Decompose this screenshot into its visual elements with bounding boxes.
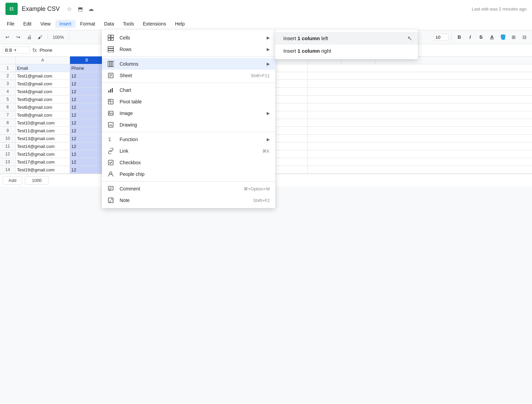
- insert-chart-item[interactable]: Chart: [102, 84, 275, 96]
- cell-a4[interactable]: Test4@gmail.com: [16, 88, 70, 95]
- insert-note-item[interactable]: Note Shift+F2: [102, 195, 275, 206]
- cell-b11[interactable]: 12: [70, 142, 104, 150]
- cell-h11[interactable]: [274, 142, 308, 150]
- insert-cells-item[interactable]: Cells ▶: [102, 32, 275, 44]
- cell-b13[interactable]: 12: [70, 158, 104, 166]
- cell-a5[interactable]: Test5@gmail.com: [16, 96, 70, 103]
- insert-function-item[interactable]: Σ Function ▶: [102, 134, 275, 145]
- cell-a13[interactable]: Test17@gmail.com: [16, 158, 70, 166]
- row-header[interactable]: 3: [0, 80, 16, 87]
- cell-b5[interactable]: 12: [70, 96, 104, 103]
- insert-rows-item[interactable]: Rows ▶: [102, 44, 275, 55]
- row-header[interactable]: 5: [0, 96, 16, 103]
- cell-h14[interactable]: [274, 166, 308, 173]
- menu-file[interactable]: File: [3, 20, 19, 28]
- folder-icon[interactable]: ⬒: [76, 5, 84, 13]
- insert-sheet-item[interactable]: Sheet Shift+F11: [102, 70, 275, 81]
- cell-b6[interactable]: 12: [70, 103, 104, 111]
- menu-tools[interactable]: Tools: [119, 20, 138, 28]
- insert-image-item[interactable]: Image ▶: [102, 107, 275, 119]
- cell-b1[interactable]: Phone: [70, 64, 104, 72]
- print-button[interactable]: 🖨: [24, 32, 34, 42]
- star-icon[interactable]: ☆: [65, 5, 73, 13]
- cell-h5[interactable]: [274, 96, 308, 103]
- menu-edit[interactable]: Edit: [19, 20, 36, 28]
- menu-help[interactable]: Help: [171, 20, 189, 28]
- cell-h6[interactable]: [274, 103, 308, 111]
- cell-a10[interactable]: Test13@gmail.com: [16, 135, 70, 142]
- row-header[interactable]: 10: [0, 135, 16, 142]
- row-header[interactable]: 11: [0, 142, 16, 150]
- add-rows-button[interactable]: Add: [3, 176, 22, 185]
- cell-h2[interactable]: [274, 72, 308, 80]
- cell-h1[interactable]: [274, 64, 308, 72]
- menu-data[interactable]: Data: [100, 20, 118, 28]
- cell-h13[interactable]: [274, 158, 308, 166]
- strikethrough-button[interactable]: S: [476, 32, 486, 42]
- insert-checkbox-item[interactable]: Checkbox: [102, 157, 275, 168]
- menu-extensions[interactable]: Extensions: [139, 20, 170, 28]
- insert-drawing-item[interactable]: Drawing: [102, 119, 275, 131]
- row-header[interactable]: 6: [0, 103, 16, 111]
- fill-color-button[interactable]: 🪣: [498, 32, 508, 42]
- undo-button[interactable]: ↩: [3, 32, 12, 42]
- insert-comment-item[interactable]: Comment ⌘+Option+M: [102, 183, 275, 195]
- cell-a3[interactable]: Test2@gmail.com: [16, 80, 70, 87]
- cell-a8[interactable]: Test10@gmail.com: [16, 119, 70, 127]
- font-size-input[interactable]: [434, 34, 449, 41]
- col-header-a[interactable]: A: [16, 56, 70, 64]
- row-header[interactable]: 2: [0, 72, 16, 80]
- columns-submenu[interactable]: Insert 1 column left ↖ Insert 1 column r…: [275, 30, 418, 59]
- borders-button[interactable]: ⊞: [509, 32, 518, 42]
- row-header[interactable]: 12: [0, 150, 16, 158]
- cell-a7[interactable]: Test8@gmail.com: [16, 111, 70, 119]
- cell-ref-chevron[interactable]: ▼: [14, 48, 17, 52]
- cell-b4[interactable]: 12: [70, 88, 104, 95]
- cell-h8[interactable]: [274, 119, 308, 127]
- cell-h4[interactable]: [274, 88, 308, 95]
- row-header[interactable]: 7: [0, 111, 16, 119]
- cell-h12[interactable]: [274, 150, 308, 158]
- italic-button[interactable]: I: [465, 32, 475, 42]
- underline-button[interactable]: A: [487, 32, 497, 42]
- cell-h7[interactable]: [274, 111, 308, 119]
- insert-col-right-item[interactable]: Insert 1 column right: [275, 45, 418, 57]
- bold-button[interactable]: B: [455, 32, 464, 42]
- row-header[interactable]: 4: [0, 88, 16, 95]
- zoom-selector[interactable]: 100%: [51, 34, 66, 40]
- cell-a11[interactable]: Test14@gmail.com: [16, 142, 70, 150]
- row-header[interactable]: 13: [0, 158, 16, 166]
- insert-pivot-item[interactable]: Pivot table: [102, 96, 275, 107]
- insert-people-chip-item[interactable]: People chip: [102, 168, 275, 180]
- cell-b10[interactable]: 12: [70, 135, 104, 142]
- menu-insert[interactable]: Insert: [55, 20, 75, 28]
- insert-menu[interactable]: Cells ▶ Rows ▶ Columns ▶ Sheet Shif: [102, 30, 275, 208]
- cell-h3[interactable]: [274, 80, 308, 87]
- cell-b9[interactable]: 12: [70, 127, 104, 134]
- cloud-icon[interactable]: ☁: [87, 5, 95, 13]
- col-header-b[interactable]: B: [70, 56, 104, 64]
- merge-cells-button[interactable]: ⊟: [520, 32, 529, 42]
- redo-button[interactable]: ↪: [14, 32, 23, 42]
- cell-a14[interactable]: Test19@gmail.com: [16, 166, 70, 173]
- cell-reference[interactable]: B:B ▼: [3, 47, 30, 54]
- cell-b14[interactable]: 12: [70, 166, 104, 173]
- menu-format[interactable]: Format: [76, 20, 99, 28]
- row-header[interactable]: 9: [0, 127, 16, 134]
- insert-col-left-item[interactable]: Insert 1 column left ↖: [275, 32, 418, 45]
- paint-format-button[interactable]: 🖌: [35, 32, 45, 42]
- cell-b3[interactable]: 12: [70, 80, 104, 87]
- cell-b7[interactable]: 12: [70, 111, 104, 119]
- row-header[interactable]: 8: [0, 119, 16, 127]
- cell-a12[interactable]: Test15@gmail.com: [16, 150, 70, 158]
- cell-a1[interactable]: Email: [16, 64, 70, 72]
- cell-a9[interactable]: Test11@gmail.com: [16, 127, 70, 134]
- cell-b8[interactable]: 12: [70, 119, 104, 127]
- cell-h9[interactable]: [274, 127, 308, 134]
- cell-a2[interactable]: Test1@gmail.com: [16, 72, 70, 80]
- add-rows-count-input[interactable]: [25, 176, 49, 185]
- cell-h10[interactable]: [274, 135, 308, 142]
- insert-columns-item[interactable]: Columns ▶: [102, 58, 275, 70]
- cell-a6[interactable]: Test6@gmail.com: [16, 103, 70, 111]
- cell-b12[interactable]: 12: [70, 150, 104, 158]
